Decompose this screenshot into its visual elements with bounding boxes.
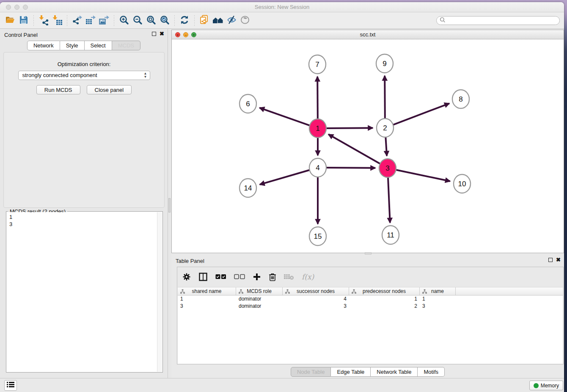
table-cell[interactable]: 2 [349,303,420,310]
table-cell[interactable]: dominator [236,295,283,303]
zoom-out-button[interactable] [131,14,144,27]
graph-edge-3-1[interactable] [328,134,381,164]
column-header-successor-nodes[interactable]: successor nodes [283,287,349,295]
table-cell[interactable]: 4 [283,295,349,303]
import-network-icon [38,14,49,27]
mcds-result-scrollbar[interactable] [157,212,162,372]
table-cell[interactable]: 1 [349,295,420,303]
open-session-button[interactable] [3,14,17,27]
graph-edge-2-3[interactable] [385,135,387,156]
float-table-panel-icon[interactable] [548,258,553,262]
search-icon [440,17,446,25]
table-cell[interactable]: 3 [178,303,236,310]
toolbar-separator [174,15,175,26]
graph-edge-1-2[interactable] [325,128,373,128]
delete-table-icon-disabled [284,273,294,280]
clone-network-button[interactable] [198,14,211,27]
toolbar-separator [67,15,67,26]
first-neighbors-button[interactable] [211,14,225,27]
zoom-in-button[interactable] [117,14,131,27]
import-table-button[interactable] [50,14,64,27]
table-cell[interactable]: dominator [236,303,283,310]
search-input[interactable] [446,18,559,24]
mcds-panel: Optimization criterion: strongly connect… [3,52,165,208]
graph-edge-1-7[interactable] [317,77,318,121]
tab-motifs[interactable]: Motifs [418,367,445,377]
export-network-button[interactable] [70,14,84,27]
mcds-result-group: MCDS result (2 nodes) 1 3 [6,211,163,373]
import-table-icon [52,14,63,27]
column-header-shared-name[interactable]: shared name [178,287,236,295]
float-panel-icon[interactable] [152,32,156,36]
function-builder-fx: f(x) [302,273,314,281]
delete-column-trash-icon[interactable] [269,273,276,282]
tab-style[interactable]: Style [60,41,85,50]
show-all-button[interactable] [238,14,252,27]
task-history-button[interactable] [4,380,17,391]
column-header-name[interactable]: name [420,287,456,295]
graph-edge-4-3[interactable] [325,168,375,168]
main-toolbar [0,13,564,29]
tab-network-table[interactable]: Network Table [371,367,418,377]
splitter-handle[interactable] [168,198,171,213]
memory-button[interactable]: Memory [529,381,563,390]
tab-edge-table[interactable]: Edge Table [331,367,371,377]
graph-node-label-14: 14 [244,184,252,192]
add-column-plus-icon[interactable] [253,273,261,281]
save-session-button[interactable] [17,14,30,27]
graph-node-label-7: 7 [315,61,319,69]
horizontal-splitter-handle[interactable] [365,252,372,254]
window-title: Session: New Session [0,4,564,10]
close-panel-icon[interactable]: ✖ [160,32,164,36]
table-cell[interactable]: 1 [178,295,236,303]
network-graph: 7968124314101511 [172,40,564,253]
tab-select[interactable]: Select [85,41,112,50]
save-floppy-icon [19,15,29,27]
table-row[interactable]: 1dominator411 [178,295,563,303]
column-header-predecessor-nodes[interactable]: predecessor nodes [349,287,420,295]
criterion-dropdown[interactable]: strongly connected component ▲▼ [18,71,150,80]
hide-selected-button[interactable] [225,14,238,27]
control-panel-title: Control Panel [4,32,38,38]
vertical-splitter[interactable] [168,29,171,378]
import-network-button[interactable] [37,14,50,27]
tab-network[interactable]: Network [27,41,60,50]
graph-edge-3-10[interactable] [395,170,450,181]
table-options-gear-icon[interactable] [182,273,191,281]
open-folder-icon [5,15,15,27]
column-header-MCDS-role[interactable]: MCDS role [236,287,283,295]
network-canvas[interactable]: 7968124314101511 [172,40,564,253]
control-panel-tabs: NetworkStyleSelectMCDS [0,41,168,50]
run-mcds-button[interactable]: Run MCDS [36,85,80,94]
table-row[interactable]: 3dominator323 [178,303,563,310]
network-window-titlebar[interactable]: × − + scc.txt [172,30,564,39]
export-image-button[interactable] [97,14,111,27]
graph-node-label-9: 9 [383,60,386,68]
zoom-fit-button[interactable] [144,14,158,27]
toolbar-separator [114,15,114,26]
select-all-checks-icon[interactable] [215,274,226,280]
search-field[interactable] [436,16,560,25]
tab-mcds[interactable]: MCDS [112,41,140,50]
graph-edge-2-8[interactable] [392,103,449,125]
graph-edge-3-11[interactable] [388,176,390,223]
table-tabs: Node TableEdge TableNetwork TableMotifs [171,367,564,377]
mcds-result-text[interactable]: 1 3 [7,212,157,372]
show-column-icon[interactable] [198,272,208,282]
deselect-all-checks-icon[interactable] [234,274,245,280]
zoom-fit-icon [146,15,156,27]
two-houses-icon [212,14,223,27]
table-cell[interactable]: 1 [420,295,456,303]
tab-node-table[interactable]: Node Table [291,367,331,377]
graph-edge-1-6[interactable] [259,108,311,126]
refresh-button[interactable] [178,14,191,27]
graph-edge-4-14[interactable] [260,170,311,185]
graph-node-label-8: 8 [459,95,462,103]
table-cell[interactable]: 3 [283,303,349,310]
table-cell[interactable]: 3 [420,303,456,310]
graph-edge-2-9[interactable] [385,76,385,120]
export-table-button[interactable] [84,14,97,27]
close-table-panel-icon[interactable]: ✖ [556,258,561,262]
zoom-selected-button[interactable] [158,14,171,27]
close-panel-button[interactable]: Close panel [87,85,132,94]
